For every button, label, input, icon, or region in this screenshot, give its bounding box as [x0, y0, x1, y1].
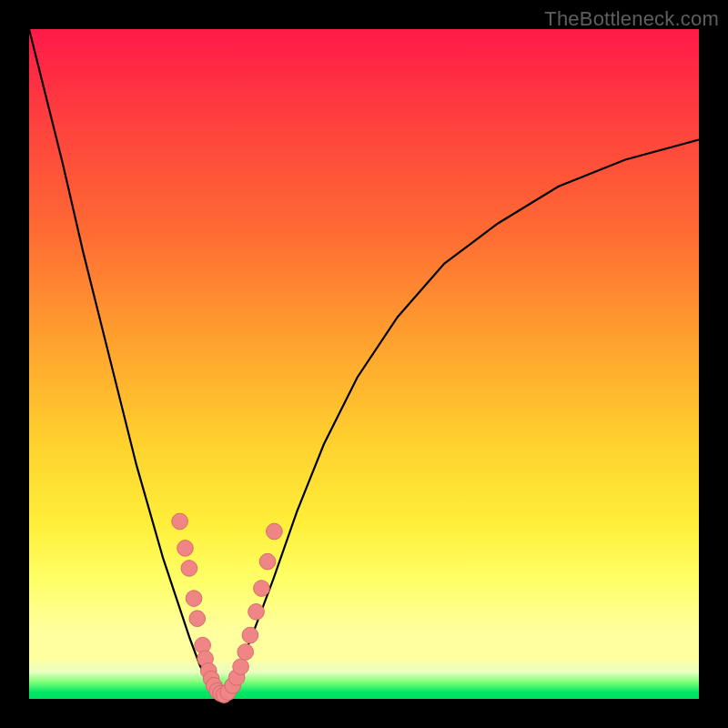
data-marker	[177, 541, 194, 557]
chart-frame: TheBottleneck.com	[0, 0, 728, 728]
data-marker	[172, 513, 188, 530]
chart-svg	[29, 29, 699, 699]
watermark-text: TheBottleneck.com	[544, 7, 719, 31]
data-marker	[186, 591, 202, 607]
data-marker	[238, 644, 254, 661]
data-marker	[189, 611, 206, 627]
data-marker	[233, 659, 249, 675]
data-marker	[242, 627, 258, 643]
marker-group	[172, 513, 282, 703]
plot-area	[29, 29, 699, 699]
data-marker	[248, 603, 265, 620]
data-marker	[267, 523, 283, 540]
data-marker	[254, 581, 270, 597]
curve-right	[218, 139, 699, 697]
data-marker	[181, 561, 197, 577]
data-marker	[259, 553, 276, 570]
